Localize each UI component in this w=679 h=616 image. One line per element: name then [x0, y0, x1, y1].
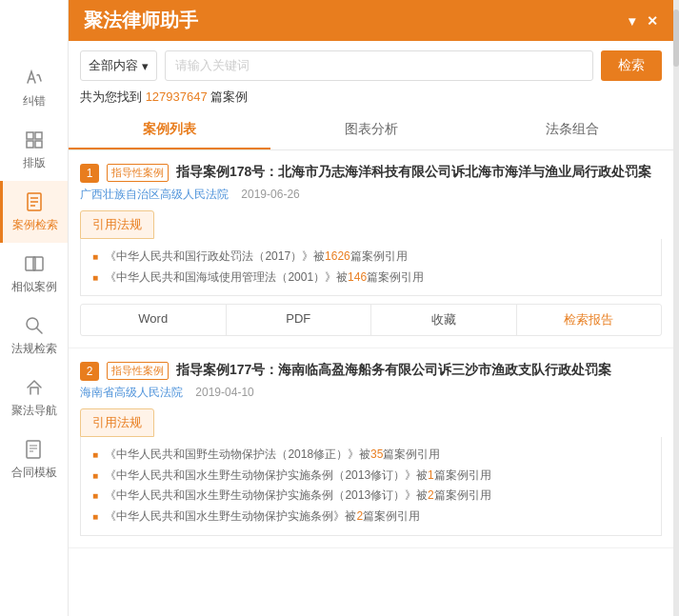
citation-header-1[interactable]: 引用法规 — [80, 210, 154, 239]
sidebar-item-navigation[interactable]: 聚法导航 — [0, 367, 68, 428]
sidebar-item-law-search[interactable]: 法规检索 — [0, 305, 68, 367]
search-type-selector[interactable]: 全部内容 ▾ — [80, 50, 157, 81]
close-icon[interactable]: ✕ — [647, 13, 658, 29]
titlebar: 聚法律师助手 ▾ ✕ — [69, 0, 673, 41]
sidebar-label-law-search: 法规检索 — [11, 341, 57, 357]
citation-body-1: 《中华人民共和国行政处罚法（2017）》被1626篇案例引用 《中华人民共和国海… — [80, 239, 662, 296]
sidebar-item-correction[interactable]: 纠错 — [0, 57, 68, 119]
chevron-down-icon: ▾ — [142, 59, 149, 73]
tab-case-list[interactable]: 案例列表 — [69, 111, 270, 149]
case-search-icon — [24, 190, 47, 213]
citation-section-1: 引用法规 《中华人民共和国行政处罚法（2017）》被1626篇案例引用 《中华人… — [80, 210, 662, 296]
sidebar-item-layout[interactable]: 排版 — [0, 119, 68, 181]
sidebar-label-contract: 合同模板 — [11, 465, 57, 481]
action-buttons-1: Word PDF 收藏 检索报告 — [80, 304, 662, 336]
app-title: 聚法律师助手 — [84, 8, 198, 33]
case-badge-2: 指导性案例 — [107, 362, 169, 380]
case-number-1: 1 — [80, 164, 99, 183]
case-header-1: 1 指导性案例 指导案例178号：北海市乃志海洋科技有限公司诉北海市海洋与渔业局… — [80, 162, 662, 183]
scrollbar[interactable] — [673, 0, 679, 616]
case-title-1[interactable]: 指导案例178号：北海市乃志海洋科技有限公司诉北海市海洋与渔业局行政处罚案 — [176, 162, 651, 182]
sidebar-item-similar-cases[interactable]: 相似案例 — [0, 243, 68, 305]
sidebar-item-contract[interactable]: 合同模板 — [0, 428, 68, 490]
sidebar-label-layout: 排版 — [23, 155, 46, 171]
dropdown-icon[interactable]: ▾ — [629, 13, 635, 29]
similar-cases-icon — [23, 252, 46, 275]
svg-rect-0 — [27, 132, 33, 139]
layout-icon — [23, 129, 46, 151]
svg-rect-12 — [27, 441, 40, 458]
case-meta-2: 海南省高级人民法院 2019-04-10 — [80, 385, 662, 401]
search-input[interactable]: 请输入关键词 — [165, 50, 593, 81]
search-button[interactable]: 检索 — [601, 50, 662, 81]
case-item-1: 1 指导性案例 指导案例178号：北海市乃志海洋科技有限公司诉北海市海洋与渔业局… — [69, 150, 673, 348]
report-button-1[interactable]: 检索报告 — [517, 305, 662, 335]
case-item-2: 2 指导性案例 指导案例177号：海南临高盈海船务有限公司诉三沙市渔政支队行政处… — [69, 348, 673, 547]
citation-header-2[interactable]: 引用法规 — [80, 408, 154, 437]
citation-body-2: 《中华人民共和国野生动物保护法（2018修正）》被35篇案例引用 《中华人民共和… — [80, 437, 662, 535]
case-title-2[interactable]: 指导案例177号：海南临高盈海船务有限公司诉三沙市渔政支队行政处罚案 — [176, 360, 611, 380]
result-number: 127937647 — [146, 89, 208, 104]
case-list: 1 指导性案例 指导案例178号：北海市乃志海洋科技有限公司诉北海市海洋与渔业局… — [69, 150, 673, 616]
search-type-label: 全部内容 — [89, 57, 138, 74]
sidebar-label-correction: 纠错 — [23, 93, 46, 109]
case-badge-1: 指导性案例 — [107, 164, 169, 182]
citation-item-2-1: 《中华人民共和国野生动物保护法（2018修正）》被35篇案例引用 — [92, 445, 649, 466]
result-count: 共为您找到 127937647 篇案例 — [69, 87, 673, 111]
sidebar-item-case-search[interactable]: 案例检索 — [0, 181, 68, 243]
citation-item-2-2: 《中华人民共和国水生野生动物保护实施条例（2013修订）》被1篇案例引用 — [92, 466, 649, 487]
citation-item-2-3: 《中华人民共和国水生野生动物保护实施条例（2013修订）》被2篇案例引用 — [92, 486, 649, 507]
titlebar-controls: ▾ ✕ — [629, 13, 658, 29]
pdf-button-1[interactable]: PDF — [227, 305, 372, 335]
word-button-1[interactable]: Word — [81, 305, 227, 335]
contract-icon — [23, 438, 46, 461]
tabs: 案例列表 图表分析 法条组合 — [69, 111, 673, 150]
sidebar-label-navigation: 聚法导航 — [11, 403, 57, 419]
result-suffix: 篇案例 — [210, 89, 248, 104]
case-meta-1: 广西壮族自治区高级人民法院 2019-06-26 — [80, 187, 662, 203]
case-number-2: 2 — [80, 362, 99, 381]
citation-section-2: 引用法规 《中华人民共和国野生动物保护法（2018修正）》被35篇案例引用 《中… — [80, 408, 662, 535]
tab-law-combo[interactable]: 法条组合 — [471, 111, 673, 149]
search-placeholder: 请输入关键词 — [175, 58, 250, 72]
case-date-1: 2019-06-26 — [241, 188, 299, 201]
sidebar-label-similar-cases: 相似案例 — [11, 279, 57, 295]
citation-item-2-4: 《中华人民共和国水生野生动物保护实施条例》被2篇案例引用 — [92, 507, 649, 527]
collect-button-1[interactable]: 收藏 — [371, 305, 517, 335]
scrollbar-thumb[interactable] — [673, 10, 679, 67]
search-bar: 全部内容 ▾ 请输入关键词 检索 — [69, 41, 673, 87]
law-search-icon — [23, 314, 46, 337]
citation-item-1-2: 《中华人民共和国海域使用管理法（2001）》被146篇案例引用 — [92, 268, 649, 288]
result-prefix: 共为您找到 — [80, 89, 142, 104]
case-header-2: 2 指导性案例 指导案例177号：海南临高盈海船务有限公司诉三沙市渔政支队行政处… — [80, 360, 662, 381]
svg-rect-1 — [35, 132, 42, 139]
navigation-icon — [23, 376, 46, 399]
main-content: 聚法律师助手 ▾ ✕ 全部内容 ▾ 请输入关键词 检索 共为您找到 127937… — [69, 0, 673, 616]
case-date-2: 2019-04-10 — [195, 386, 253, 399]
case-court-1: 广西壮族自治区高级人民法院 — [80, 188, 229, 201]
svg-rect-2 — [27, 141, 33, 148]
sidebar-label-case-search: 案例检索 — [12, 217, 58, 233]
svg-line-11 — [36, 328, 42, 334]
citation-item-1-1: 《中华人民共和国行政处罚法（2017）》被1626篇案例引用 — [92, 247, 649, 268]
case-court-2: 海南省高级人民法院 — [80, 386, 183, 399]
correction-icon — [23, 67, 46, 89]
tab-chart-analysis[interactable]: 图表分析 — [270, 111, 472, 149]
svg-rect-3 — [35, 141, 42, 148]
sidebar: 纠错 排版 案例检索 — [0, 0, 69, 616]
